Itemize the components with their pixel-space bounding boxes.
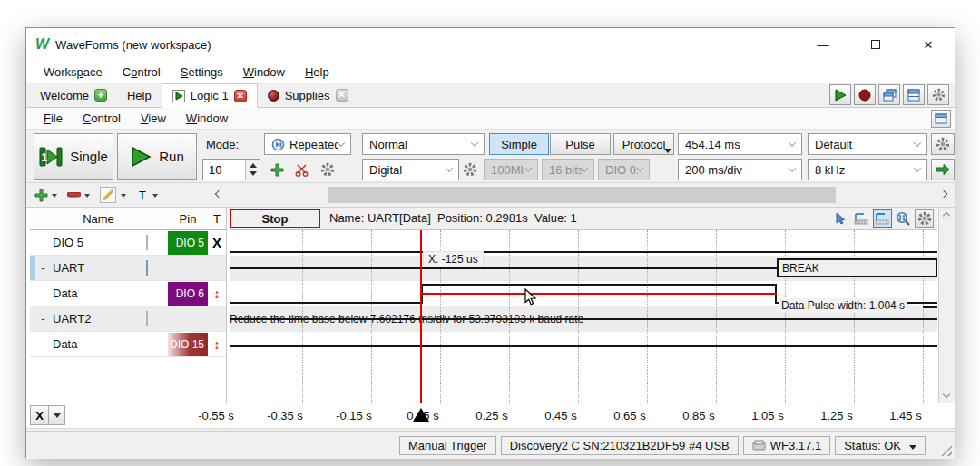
zoom-tool-button[interactable] [894, 209, 913, 228]
tile-windows-button[interactable] [903, 84, 925, 105]
channel-name[interactable]: UART [51, 261, 146, 275]
channel-row-uart2[interactable]: - UART2 [30, 306, 226, 332]
channel-row-uart-data[interactable]: Data DIO 6 ↕ [30, 281, 226, 306]
stop-all-button[interactable] [854, 84, 876, 105]
channel-row-uart[interactable]: - UART [30, 256, 226, 281]
tab-help[interactable]: Help [117, 83, 162, 107]
single-button[interactable]: 1 Single [34, 133, 113, 180]
add-channel-button[interactable] [32, 186, 50, 204]
timebase-settings-button[interactable] [931, 133, 955, 155]
device-button[interactable]: Discovery2 C SN:210321B2DF59 #4 USB [501, 436, 739, 455]
h-scrollbar-thumb[interactable] [328, 187, 836, 203]
pin-badge[interactable]: DIO 15 [168, 333, 208, 356]
device-mode-dropdown[interactable]: Digital [362, 159, 459, 180]
version-button[interactable]: WF3.17.1 [743, 436, 830, 455]
pointer-tool-button[interactable] [831, 209, 850, 228]
apply-button[interactable] [931, 159, 955, 180]
measure-xy-tool-button[interactable] [873, 209, 892, 228]
scroll-left-button[interactable] [215, 190, 222, 198]
close-tab-icon[interactable]: ✕ [336, 89, 348, 102]
stop-button[interactable]: Stop [230, 209, 320, 228]
preset-dropdown[interactable]: Default [808, 133, 927, 155]
menu-view[interactable]: View [131, 109, 176, 128]
v-scrollbar[interactable] [938, 208, 956, 403]
status-button[interactable]: Status: OK [835, 436, 926, 455]
remove-channel-button[interactable] [64, 186, 83, 204]
plot-settings-button[interactable] [915, 209, 934, 228]
menu-window[interactable]: Window [233, 63, 295, 82]
chevron-down-icon [471, 139, 478, 146]
scroll-down-button[interactable] [943, 391, 950, 398]
protocol-trigger-button[interactable]: Protocol [613, 133, 674, 155]
trigger-menu-caret[interactable] [152, 194, 158, 198]
menu-settings[interactable]: Settings [171, 63, 233, 82]
menu-window2[interactable]: Window [176, 109, 238, 128]
menu-control2[interactable]: Control [73, 109, 131, 128]
add-tab-icon[interactable]: + [94, 89, 107, 102]
repeat-count-spinner[interactable]: 10 [202, 159, 260, 180]
close-button[interactable]: ✕ [902, 28, 955, 61]
channel-settings-button[interactable] [461, 160, 479, 180]
edit-channel-button[interactable] [146, 235, 148, 250]
scroll-up-button[interactable] [943, 212, 950, 219]
channel-name[interactable]: UART2 [51, 312, 146, 325]
trigger-cell[interactable]: ↕ [208, 286, 226, 301]
spin-up-icon[interactable] [250, 163, 257, 168]
tab-welcome[interactable]: Welcome + [30, 83, 117, 107]
edit-channel-button[interactable] [146, 260, 148, 276]
close-tab-icon[interactable]: ✕ [234, 90, 247, 102]
cut-button[interactable] [293, 160, 311, 180]
menu-workspace[interactable]: Workspace [34, 63, 113, 82]
edit-channels-button[interactable] [99, 186, 117, 204]
timebase-dropdown[interactable]: 200 ms/div [678, 159, 802, 180]
tab-logic1[interactable]: Logic 1 ✕ [162, 83, 258, 108]
minimize-button[interactable]: — [797, 28, 849, 61]
x-cursor-line[interactable] [420, 230, 422, 403]
collapse-indicator[interactable]: - [35, 261, 51, 275]
x-axis-menu-button[interactable] [49, 405, 65, 425]
trigger-menu-button[interactable]: T [133, 186, 152, 204]
measure-x-tool-button[interactable] [852, 209, 871, 228]
channel-row-dio5[interactable]: DIO 5 DIO 5 X [30, 230, 226, 256]
position-dropdown[interactable]: 454.14 ms [678, 133, 802, 155]
spin-down-icon[interactable] [250, 171, 257, 176]
scroll-right-button[interactable] [940, 190, 947, 198]
channel-name[interactable]: Data [51, 337, 146, 351]
resize-grip[interactable] [941, 445, 952, 456]
pulse-trigger-button[interactable]: Pulse [550, 133, 611, 155]
run-button[interactable]: Run [117, 133, 197, 180]
trigger-cell[interactable]: X [208, 235, 226, 250]
workspace-settings-button[interactable] [927, 84, 949, 105]
channel-name[interactable]: Data [51, 286, 146, 300]
edit-channel-menu-caret[interactable] [121, 194, 126, 198]
trigger-position-marker[interactable] [413, 408, 429, 422]
waveform-plot[interactable]: BREAK Reduce the time base below 7.60217… [230, 230, 937, 403]
simple-trigger-button[interactable]: Simple [489, 133, 549, 155]
trigger-mode-dropdown[interactable]: Normal [362, 133, 485, 155]
menu-help[interactable]: Help [295, 63, 339, 82]
remove-channel-menu-caret[interactable] [84, 194, 90, 198]
mode-dropdown[interactable]: Repeated [264, 133, 351, 155]
collapse-indicator[interactable]: - [35, 312, 51, 325]
pin-badge[interactable]: DIO 6 [168, 282, 208, 306]
pin-badge[interactable]: DIO 5 [168, 231, 208, 255]
add-instrument-button[interactable] [268, 160, 286, 180]
channel-row-uart2-data[interactable]: Data DIO 15 ↕ [30, 332, 226, 357]
x-axis-button[interactable]: X [30, 405, 49, 425]
tab-supplies[interactable]: Supplies ✕ [258, 83, 358, 107]
titlebar[interactable]: W WaveForms (new workspace) — ✕ [26, 28, 955, 61]
spinner-arrows[interactable] [245, 160, 260, 180]
menu-file[interactable]: File [34, 109, 73, 128]
manual-trigger-button[interactable]: Manual Trigger [399, 436, 496, 455]
channel-name[interactable]: DIO 5 [51, 236, 146, 249]
trigger-cell[interactable]: ↕ [208, 337, 226, 352]
maximize-button[interactable] [849, 28, 902, 61]
popout-window-button[interactable] [931, 110, 951, 128]
sample-rate-dropdown[interactable]: 8 kHz [808, 159, 927, 180]
add-channel-menu-caret[interactable] [52, 194, 57, 198]
menu-control[interactable]: Control [113, 63, 171, 82]
cascade-windows-button[interactable] [878, 84, 900, 105]
run-all-button[interactable] [829, 84, 851, 105]
acquisition-settings-button[interactable] [318, 160, 337, 180]
edit-channel-button[interactable] [146, 311, 148, 326]
